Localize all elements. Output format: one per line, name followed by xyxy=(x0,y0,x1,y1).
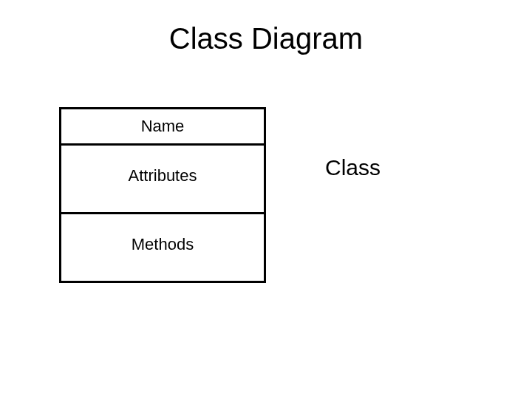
class-label: Class xyxy=(325,155,381,180)
class-methods-compartment: Methods xyxy=(61,214,264,281)
page-title: Class Diagram xyxy=(0,22,532,55)
uml-class-box: Name Attributes Methods xyxy=(59,107,266,283)
class-attributes-compartment: Attributes xyxy=(61,146,264,214)
class-name-compartment: Name xyxy=(61,109,264,146)
